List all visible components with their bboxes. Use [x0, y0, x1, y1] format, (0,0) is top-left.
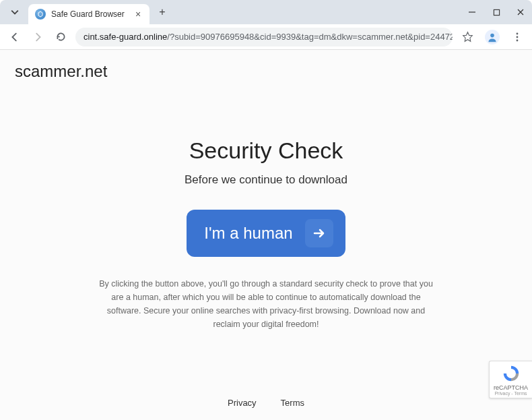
- svg-point-10: [517, 39, 519, 41]
- page-subheading: Before we continue to download: [91, 173, 441, 187]
- disclaimer-text: By clicking the button above, you'll go …: [91, 277, 441, 331]
- tab-search-dropdown[interactable]: [5, 3, 24, 21]
- address-domain: cint.safe-guard.online: [84, 32, 167, 42]
- window-maximize-button[interactable]: [490, 6, 502, 18]
- human-verify-button[interactable]: I'm a human: [187, 210, 345, 257]
- terms-link[interactable]: Terms: [281, 398, 304, 408]
- recaptcha-icon: [502, 364, 521, 383]
- tab-favicon-icon: [35, 9, 46, 20]
- person-icon: [487, 32, 498, 42]
- recaptcha-label: reCAPTCHA: [494, 384, 528, 391]
- forward-button[interactable]: [30, 29, 46, 45]
- svg-point-8: [517, 32, 519, 34]
- profile-button[interactable]: [485, 30, 500, 44]
- star-icon: [462, 31, 473, 42]
- back-button[interactable]: [7, 29, 23, 45]
- minimize-icon: [468, 8, 476, 16]
- privacy-link[interactable]: Privacy: [228, 398, 257, 408]
- reload-icon: [55, 31, 67, 42]
- maximize-icon: [493, 9, 500, 16]
- chevron-down-icon: [11, 8, 19, 16]
- site-name: scammer.net: [15, 62, 107, 81]
- reload-button[interactable]: [53, 29, 69, 45]
- human-button-label: I'm a human: [204, 224, 292, 243]
- arrow-right-icon: [32, 31, 44, 43]
- tab-close-icon[interactable]: ×: [133, 9, 143, 19]
- svg-point-9: [517, 36, 519, 38]
- page-content: scammer.net Security Check Before we con…: [0, 50, 532, 420]
- kebab-icon: [512, 32, 523, 42]
- window-minimize-button[interactable]: [466, 6, 478, 18]
- menu-button[interactable]: [509, 29, 525, 45]
- browser-toolbar: cint.safe-guard.online/?subid=9097669594…: [0, 24, 532, 50]
- browser-tab[interactable]: Safe Guard Browser ×: [28, 4, 149, 24]
- arrow-left-icon: [9, 31, 21, 43]
- window-titlebar: Safe Guard Browser × +: [0, 0, 532, 24]
- tab-title: Safe Guard Browser: [51, 9, 133, 19]
- close-icon: [517, 8, 525, 16]
- recaptcha-sublabel: Privacy - Terms: [494, 391, 527, 396]
- recaptcha-badge[interactable]: reCAPTCHA Privacy - Terms: [489, 361, 532, 398]
- window-close-button[interactable]: [514, 6, 527, 18]
- svg-rect-6: [494, 9, 499, 15]
- bookmark-button[interactable]: [459, 29, 475, 45]
- address-bar[interactable]: cint.safe-guard.online/?subid=9097669594…: [75, 28, 453, 47]
- page-heading: Security Check: [91, 138, 441, 164]
- arrow-box: [305, 219, 333, 247]
- arrow-right-icon: [311, 225, 327, 241]
- footer-links: Privacy Terms: [228, 398, 304, 408]
- address-path: /?subid=90976695948&cid=9939&tag=dm&dkw=…: [167, 32, 453, 42]
- new-tab-button[interactable]: +: [154, 3, 171, 21]
- svg-point-7: [490, 33, 494, 37]
